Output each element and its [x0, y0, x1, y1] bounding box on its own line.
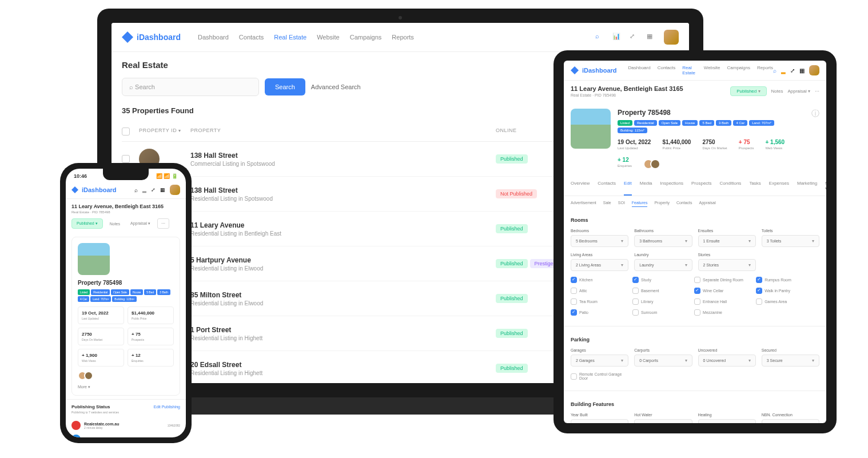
- checkbox-sunroom[interactable]: Sunroom: [632, 309, 690, 316]
- select-uncovered[interactable]: 0 Uncovered▾: [698, 355, 756, 367]
- published-dropdown[interactable]: Published ▾: [71, 218, 103, 229]
- info-icon[interactable]: ⓘ: [811, 109, 819, 169]
- expand-icon[interactable]: ⤢: [151, 187, 156, 193]
- appraisal-dropdown[interactable]: Appraisal ▾: [787, 89, 810, 94]
- search-icon[interactable]: ⌕: [134, 187, 138, 193]
- select-bathrooms[interactable]: 3 Bathrooms▾: [634, 235, 692, 247]
- nav-item-campaigns[interactable]: Campaigns: [350, 34, 382, 41]
- user-avatar[interactable]: [809, 65, 819, 75]
- portal-row[interactable]: Realestate.com.au2 minute delay13462082: [71, 419, 180, 432]
- nav-item[interactable]: Dashboard: [628, 65, 651, 75]
- checkbox-study[interactable]: Study: [632, 277, 690, 283]
- tab-overview[interactable]: Overview: [571, 176, 590, 196]
- checkbox-wine-cellar[interactable]: Wine Cellar: [694, 288, 751, 294]
- tab-inspections[interactable]: Inspections: [660, 176, 683, 196]
- select-garages[interactable]: 2 Garages▾: [571, 355, 628, 367]
- select-laundry[interactable]: Laundry▾: [634, 259, 692, 271]
- checkbox-games-area[interactable]: Games Area: [756, 298, 813, 305]
- select-stories[interactable]: 2 Stories▾: [698, 259, 756, 271]
- tab-edit[interactable]: Edit: [624, 176, 632, 196]
- row-checkbox[interactable]: [122, 155, 130, 163]
- logo[interactable]: iDashboard: [71, 186, 117, 193]
- select-ensuites[interactable]: 1 Ensuite▾: [698, 235, 756, 247]
- subtab-soi[interactable]: SOI: [618, 201, 625, 207]
- select-field[interactable]: Select a year...▾: [571, 419, 628, 423]
- stats-icon[interactable]: ▂: [142, 187, 146, 193]
- tab-expenses[interactable]: Expenses: [769, 176, 789, 196]
- parking-check[interactable]: Remote Control Garage Door: [571, 372, 628, 380]
- nav-item-contacts[interactable]: Contacts: [239, 34, 264, 41]
- select-toilets[interactable]: 3 Toilets▾: [762, 235, 819, 247]
- stats-icon[interactable]: ▂: [781, 67, 786, 74]
- select-field[interactable]: No Heating▾: [698, 419, 756, 423]
- select-bedrooms[interactable]: 5 Bedrooms▾: [571, 235, 628, 247]
- search-icon[interactable]: ⌕: [773, 67, 777, 74]
- appraisal-dropdown[interactable]: Appraisal ▾: [127, 219, 154, 228]
- advanced-search-link[interactable]: Advanced Search: [311, 83, 361, 90]
- tab-conditions[interactable]: Conditions: [720, 176, 742, 196]
- checkbox-walk-in-pantry[interactable]: Walk in Pantry: [756, 288, 813, 294]
- nav-item[interactable]: Reports: [757, 65, 773, 75]
- subtab-property[interactable]: Property: [654, 201, 669, 207]
- grid-icon[interactable]: ▦: [799, 67, 805, 74]
- checkbox-kitchen[interactable]: Kitchen: [571, 277, 628, 283]
- subtab-appraisal[interactable]: Appraisal: [699, 201, 716, 207]
- select-all-checkbox[interactable]: [122, 128, 130, 136]
- notes-button[interactable]: Notes: [771, 89, 783, 94]
- nav-item[interactable]: Real Estate: [682, 65, 697, 75]
- nav-item[interactable]: Contacts: [658, 65, 676, 75]
- subtab-sale[interactable]: Sale: [603, 201, 611, 207]
- expand-icon[interactable]: ⤢: [790, 67, 795, 74]
- tab-marketing[interactable]: Marketing: [797, 176, 817, 196]
- nav-item[interactable]: Website: [704, 65, 720, 75]
- nav-item-real-estate[interactable]: Real Estate: [274, 34, 306, 41]
- expand-icon[interactable]: ⤢: [630, 33, 639, 42]
- checkbox-library[interactable]: Library: [632, 298, 690, 305]
- checkbox-separate-dining-room[interactable]: Separate Dining Room: [694, 277, 751, 283]
- grid-icon[interactable]: ▦: [647, 33, 656, 42]
- portal-row[interactable]: Reiwa.com.au: [71, 432, 180, 437]
- tab-more[interactable]: More ▾: [825, 176, 826, 196]
- col-property[interactable]: PROPERTY: [190, 128, 496, 136]
- nav-item-dashboard[interactable]: Dashboard: [198, 34, 229, 41]
- subtab-contacts[interactable]: Contacts: [676, 201, 692, 207]
- search-icon[interactable]: ⌕: [595, 33, 604, 42]
- grid-icon[interactable]: ▦: [160, 187, 165, 193]
- notes-button[interactable]: Notes: [106, 220, 124, 228]
- search-button[interactable]: Search: [265, 78, 305, 95]
- select-secured[interactable]: 3 Secure▾: [762, 355, 819, 367]
- col-property-id[interactable]: PROPERTY ID ▾: [139, 128, 190, 136]
- stats-icon[interactable]: 📊: [612, 33, 622, 42]
- checkbox-attic[interactable]: Attic: [571, 288, 628, 294]
- subtab-features[interactable]: Features: [632, 201, 648, 207]
- checkbox-patio[interactable]: Patio: [571, 309, 628, 316]
- checkbox-mezzanine[interactable]: Mezzanine: [694, 309, 751, 316]
- avatar[interactable]: [650, 159, 660, 169]
- checkbox-rumpus-room[interactable]: Rumpus Room: [756, 277, 813, 283]
- checkbox-entrance-hall[interactable]: Entrance Hall: [694, 298, 751, 305]
- more-link[interactable]: More ▾: [78, 385, 174, 389]
- user-avatar[interactable]: [664, 30, 679, 45]
- edit-publishing-link[interactable]: Edit Publishing: [154, 405, 180, 409]
- logo[interactable]: iDashboard: [122, 31, 181, 43]
- checkbox-tea-room[interactable]: Tea Room: [571, 298, 628, 305]
- checkbox-basement[interactable]: Basement: [632, 288, 690, 294]
- user-avatar[interactable]: [170, 185, 180, 195]
- nav-item-reports[interactable]: Reports: [392, 34, 414, 41]
- published-dropdown[interactable]: Published ▾: [730, 86, 766, 96]
- avatar[interactable]: [84, 371, 93, 380]
- more-button[interactable]: ⋯: [157, 218, 169, 229]
- select-living-areas[interactable]: 2 Living Areas▾: [571, 259, 628, 271]
- tab-tasks[interactable]: Tasks: [749, 176, 761, 196]
- tab-contacts[interactable]: Contacts: [598, 176, 616, 196]
- search-input[interactable]: ⌕ Search: [122, 78, 259, 96]
- select-field[interactable]: Select an option...▾: [634, 419, 692, 423]
- tab-media[interactable]: Media: [640, 176, 652, 196]
- subtab-advertisement[interactable]: Advertisement: [571, 201, 596, 207]
- logo[interactable]: iDashboard: [571, 66, 617, 74]
- select-carports[interactable]: 0 Carports▾: [634, 355, 692, 367]
- nav-item-website[interactable]: Website: [317, 34, 340, 41]
- more-button[interactable]: ⋯: [815, 89, 819, 94]
- select-field[interactable]: No Connection▾: [762, 419, 819, 423]
- nav-item[interactable]: Campaigns: [727, 65, 750, 75]
